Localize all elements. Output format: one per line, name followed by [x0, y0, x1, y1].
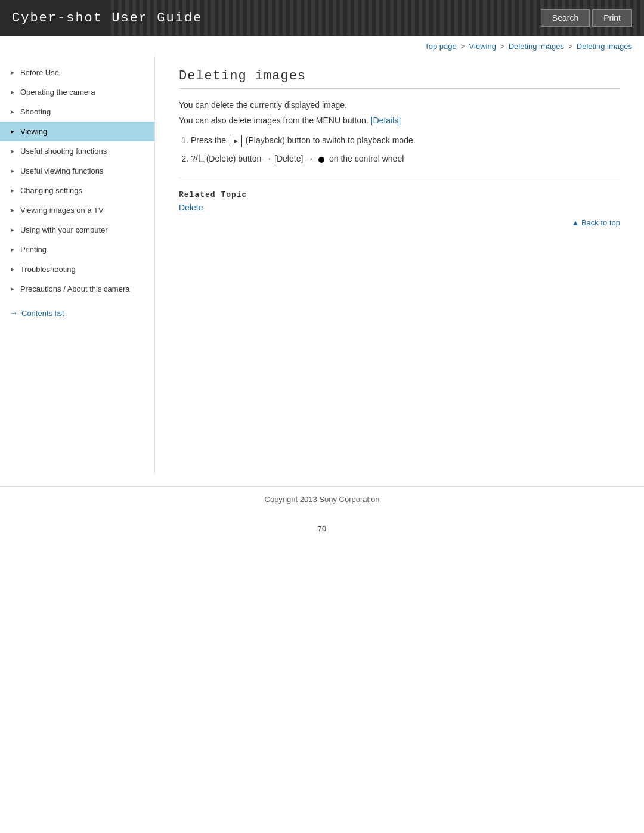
chevron-right-icon: ► [10, 148, 16, 154]
breadcrumb: Top page > Viewing > Deleting images > D… [0, 36, 644, 57]
sidebar-item-viewing[interactable]: ► Viewing [0, 122, 154, 141]
chevron-right-icon: ► [10, 266, 16, 272]
sidebar-item-label: Viewing [20, 127, 47, 136]
sidebar-item-viewing-tv[interactable]: ► Viewing images on a TV [0, 200, 154, 220]
step-2: ?/⼐(Delete) button → [Delete] → on the c… [191, 152, 620, 165]
sidebar-item-label: Changing settings [20, 186, 82, 195]
sidebar-item-changing-settings[interactable]: ► Changing settings [0, 181, 154, 200]
details-link[interactable]: [Details] [371, 116, 401, 125]
sidebar: ► Before Use ► Operating the camera ► Sh… [0, 57, 155, 474]
content-body: You can delete the currently displayed i… [179, 98, 620, 166]
breadcrumb-deleting-images-parent[interactable]: Deleting images [509, 42, 564, 51]
circle-bullet-icon [318, 157, 324, 163]
intro-text-2: You can also delete images from the MENU… [179, 116, 369, 125]
breadcrumb-deleting-images-current[interactable]: Deleting images [577, 42, 632, 51]
main-layout: ► Before Use ► Operating the camera ► Sh… [0, 57, 644, 474]
sidebar-item-label: Before Use [20, 68, 59, 77]
step-2-text: ?/⼐(Delete) button → [Delete] → [191, 154, 316, 163]
steps-list: Press the ► (Playback) button to switch … [191, 134, 620, 166]
step-1: Press the ► (Playback) button to switch … [191, 134, 620, 148]
page-title: Deleting images [179, 69, 620, 89]
sidebar-item-printing[interactable]: ► Printing [0, 240, 154, 259]
sidebar-item-precautions[interactable]: ► Precautions / About this camera [0, 279, 154, 299]
sidebar-item-label: Operating the camera [20, 88, 95, 97]
chevron-right-icon: ► [10, 246, 16, 253]
header-buttons: Search Print [541, 9, 632, 27]
page-footer: Copyright 2013 Sony Corporation [0, 486, 644, 512]
main-content: Deleting images You can delete the curre… [155, 57, 644, 474]
chevron-right-icon: ► [10, 109, 16, 115]
sidebar-item-shooting[interactable]: ► Shooting [0, 102, 154, 122]
chevron-right-icon: ► [10, 128, 16, 135]
step-1-text-before: Press the [191, 135, 228, 145]
related-topic-label: Related Topic [179, 190, 620, 199]
site-title: Cyber-shot User Guide [12, 11, 202, 26]
breadcrumb-top[interactable]: Top page [425, 42, 457, 51]
copyright-text: Copyright 2013 Sony Corporation [265, 495, 380, 504]
chevron-right-icon: ► [10, 207, 16, 213]
intro-paragraph-2: You can also delete images from the MENU… [179, 114, 620, 127]
back-to-top-link[interactable]: ▲ Back to top [571, 218, 620, 227]
back-to-top: ▲ Back to top [179, 212, 620, 233]
print-button[interactable]: Print [592, 9, 632, 27]
chevron-right-icon: ► [10, 69, 16, 76]
intro-text-1: You can delete the currently displayed i… [179, 100, 347, 110]
sidebar-item-operating-camera[interactable]: ► Operating the camera [0, 82, 154, 102]
breadcrumb-viewing[interactable]: Viewing [469, 42, 496, 51]
page-header: Cyber-shot User Guide Search Print [0, 0, 644, 36]
step-1-text-after: (Playback) button to switch to playback … [246, 135, 416, 145]
divider [179, 178, 620, 178]
sidebar-item-useful-viewing[interactable]: ► Useful viewing functions [0, 161, 154, 181]
sidebar-item-useful-shooting[interactable]: ► Useful shooting functions [0, 141, 154, 161]
sidebar-item-label: Using with your computer [20, 225, 108, 234]
sidebar-item-label: Viewing images on a TV [20, 206, 104, 215]
chevron-right-icon: ► [10, 89, 16, 95]
related-topic-delete-link[interactable]: Delete [179, 203, 203, 212]
step-2-text-end: on the control wheel [329, 154, 404, 163]
page-number: 70 [0, 512, 644, 545]
search-button[interactable]: Search [541, 9, 590, 27]
contents-list-label: Contents list [21, 309, 64, 318]
chevron-right-icon: ► [10, 286, 16, 292]
playback-icon: ► [230, 135, 242, 148]
sidebar-item-label: Useful viewing functions [20, 166, 103, 175]
sidebar-item-label: Printing [20, 245, 47, 254]
sidebar-item-troubleshooting[interactable]: ► Troubleshooting [0, 259, 154, 279]
chevron-right-icon: ► [10, 187, 16, 194]
sidebar-item-label: Useful shooting functions [20, 147, 107, 156]
sidebar-item-label: Shooting [20, 107, 51, 116]
intro-paragraph-1: You can delete the currently displayed i… [179, 98, 620, 112]
sidebar-item-using-computer[interactable]: ► Using with your computer [0, 220, 154, 240]
arrow-right-icon: → [10, 308, 18, 318]
contents-list-link[interactable]: → Contents list [0, 301, 154, 325]
chevron-right-icon: ► [10, 227, 16, 233]
sidebar-item-label: Troubleshooting [20, 265, 76, 274]
sidebar-item-label: Precautions / About this camera [20, 284, 130, 293]
sidebar-item-before-use[interactable]: ► Before Use [0, 63, 154, 82]
chevron-right-icon: ► [10, 168, 16, 174]
